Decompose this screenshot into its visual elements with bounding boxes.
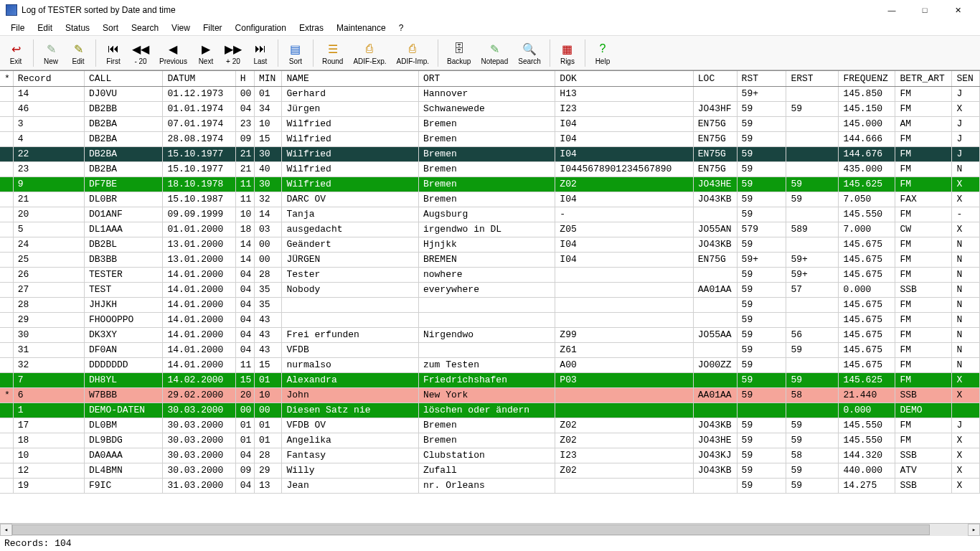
cell-min: 03 [255,222,282,237]
table-row[interactable]: 19F9IC31.03.20000413Jeannr. Orleans59591… [0,478,980,493]
table-row[interactable]: 32DDDDDDD14.01.20001115nurmalsozum Teste… [0,357,980,372]
scroll-right-button[interactable]: ▸ [968,524,980,536]
table-row[interactable]: 46DB2BB01.01.19740434JürgenSchwanewedeI2… [0,101,980,116]
col-header-[interactable]: * [0,71,13,86]
toolbar-search[interactable]: 🔍Search [514,39,545,67]
toolbar-adifexp[interactable]: ⎙ADIF-Exp. [349,39,390,67]
toolbar-backup[interactable]: 🗄Backup [443,39,475,67]
col-header-rst[interactable]: RST [737,71,786,86]
scroll-left-button[interactable]: ◂ [0,524,12,536]
cell-rec: 23 [13,161,84,176]
toolbar-separator [95,39,96,67]
data-grid[interactable]: *RecordCALLDATUMHMINNAMEORTDOKLOCRSTERST… [0,70,980,523]
table-row[interactable]: 1DEMO-DATEN30.03.20000000Diesen Satz nie… [0,402,980,418]
toolbar-round[interactable]: ☰Round [318,39,347,67]
maximize-button[interactable]: □ [908,0,941,20]
table-row[interactable]: 31DF0AN14.01.20000443VFDBZ615959145.675F… [0,342,980,357]
col-header-dok[interactable]: DOK [555,71,693,86]
table-row[interactable]: 23DB2BA15.10.19772140WilfriedBremenI0445… [0,161,980,176]
toolbar-notepad[interactable]: ✎Notepad [476,39,512,67]
close-button[interactable]: ✕ [941,0,974,20]
toolbar-sort[interactable]: ▤Sort [283,39,308,67]
cell-call: DL1AAA [84,222,162,237]
table-row[interactable]: 30DK3XY14.01.20000443Frei erfundenNirgen… [0,327,980,342]
col-header-betrart[interactable]: BETR_ART [895,71,952,86]
menu-edit[interactable]: Edit [31,22,59,34]
table-row[interactable]: 4DB2BA28.08.19740915WilfriedBremenI04EN7… [0,131,980,146]
menu-status[interactable]: Status [59,22,96,34]
table-row[interactable]: 5DL1AAA01.01.20001803ausgedachtirgendwo … [0,222,980,237]
toolbar-previous[interactable]: ◀Previous [155,39,192,67]
cell-sen: X [952,176,980,192]
toolbar-20[interactable]: ▶▶+ 20 [220,39,246,67]
menu-[interactable]: ? [392,22,410,34]
table-row[interactable]: 18DL9BDG30.03.20000101AngelikaBremenZ02J… [0,433,980,448]
table-row[interactable]: 21DL0BR15.10.19871132DARC OVBremenI04JO4… [0,192,980,207]
cell-name [282,312,418,327]
menu-maintenance[interactable]: Maintenance [330,22,392,34]
col-header-datum[interactable]: DATUM [163,71,235,86]
scroll-track[interactable] [12,524,968,536]
last-icon: ⏭ [252,40,269,57]
toolbar-edit[interactable]: ✎Edit [65,39,91,67]
table-row[interactable]: 24DB2BL13.01.20001400GeändertHjnjkkI04JO… [0,237,980,252]
menu-filter[interactable]: Filter [197,22,229,34]
cell-loc [693,86,737,101]
cell-erst: 56 [786,327,839,342]
toolbar-rigs[interactable]: ▦Rigs [555,39,580,67]
menu-view[interactable]: View [165,22,197,34]
toolbar-first[interactable]: ⏮First [100,39,126,67]
cell-erst [786,116,839,131]
cell-sen: J [952,131,980,146]
toolbar-exit[interactable]: ↩Exit [3,39,29,67]
menu-search[interactable]: Search [125,22,165,34]
table-row[interactable]: 22DB2BA15.10.19772130WilfriedBremenI04EN… [0,146,980,161]
table-row[interactable]: 9DF7BE18.10.19781130WilfriedBremenZ02JO4… [0,176,980,192]
col-header-call[interactable]: CALL [84,71,162,86]
table-row[interactable]: 7DH8YL14.02.20001501AlexandraFriedrichsh… [0,372,980,387]
table-row[interactable]: 3DB2BA07.01.19742310WilfriedBremenI04EN7… [0,116,980,131]
cell-freq: 145.675 [839,237,895,252]
toolbar-next[interactable]: ▶Next [193,39,219,67]
table-row[interactable]: 12DL4BMN30.03.20000929WillyZufallZ02JO43… [0,463,980,478]
menu-extras[interactable]: Extras [293,22,330,34]
col-header-name[interactable]: NAME [282,71,418,86]
toolbar-last[interactable]: ⏭Last [248,39,273,67]
toolbar-new[interactable]: ✎New [38,39,64,67]
table-row[interactable]: 27TEST14.01.20000435NobodyeverywhereAA01… [0,282,980,297]
cell-freq: 0.000 [839,402,895,418]
toolbar-adifimp[interactable]: ⎙ADIF-Imp. [392,39,434,67]
table-row[interactable]: 14DJ0VU01.12.19730001GerhardHannoverH135… [0,86,980,101]
cell-min: 35 [255,297,282,312]
col-header-h[interactable]: H [235,71,254,86]
table-row[interactable]: 25DB3BB13.01.20001400JÜRGENBREMENI04EN75… [0,252,980,267]
col-header-frequenz[interactable]: FREQUENZ [839,71,895,86]
scroll-thumb[interactable] [12,524,930,535]
table-row[interactable]: 28JHJKH14.01.2000043559145.675FMN [0,297,980,312]
col-header-loc[interactable]: LOC [693,71,737,86]
menu-configuration[interactable]: Configuration [229,22,293,34]
table-row[interactable]: 26TESTER14.01.20000428Testernowhere5959+… [0,267,980,282]
col-header-ort[interactable]: ORT [418,71,555,86]
horizontal-scrollbar[interactable]: ◂ ▸ [0,523,980,535]
exit-icon: ↩ [7,40,24,57]
cell-loc [693,372,737,387]
col-header-erst[interactable]: ERST [786,71,839,86]
cell-h: 14 [235,252,254,267]
table-row[interactable]: 29FHOOOPPO14.01.2000044359145.675FMN [0,312,980,327]
menu-file[interactable]: File [4,22,31,34]
table-row[interactable]: 17DL0BM30.03.20000101VFDB OVBremenZ02JO4… [0,418,980,433]
minimize-button[interactable]: ― [875,0,908,20]
table-row[interactable]: 20DO1ANF09.09.19991014TanjaAugsburg-5914… [0,207,980,222]
table-header-row[interactable]: *RecordCALLDATUMHMINNAMEORTDOKLOCRSTERST… [0,71,980,86]
col-header-min[interactable]: MIN [255,71,282,86]
table-row[interactable]: 10DA0AAA30.03.20000428FantasyClubstation… [0,448,980,463]
cell-min: 01 [255,86,282,101]
toolbar-help[interactable]: ?Help [590,39,616,67]
col-header-sen[interactable]: SEN [952,71,980,86]
table-row[interactable]: *6W7BBB29.02.20002010JohnNew YorkAA01AA5… [0,387,980,402]
menu-sort[interactable]: Sort [96,22,125,34]
col-header-record[interactable]: Record [13,71,84,86]
cell-ort: löschen oder ändern [418,402,555,418]
toolbar-20[interactable]: ◀◀- 20 [128,39,154,67]
